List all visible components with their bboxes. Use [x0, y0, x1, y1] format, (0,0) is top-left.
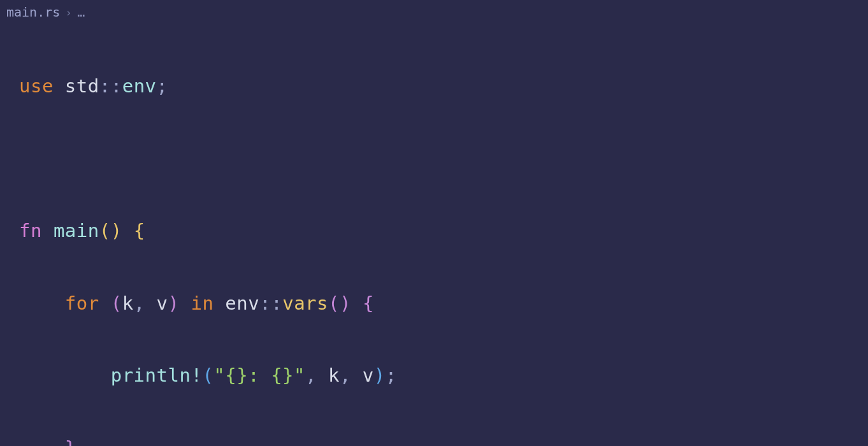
- code-line-1[interactable]: use std::env;: [19, 68, 868, 104]
- keyword-for: for: [65, 292, 99, 314]
- keyword-in: in: [191, 292, 213, 314]
- fn-vars: vars: [282, 292, 328, 314]
- breadcrumb-ellipsis[interactable]: …: [77, 4, 85, 20]
- var-k: k: [122, 292, 134, 314]
- code-line-2[interactable]: [19, 140, 868, 176]
- parens: (): [99, 220, 122, 241]
- paren-close: ): [374, 364, 386, 386]
- fn-main: main: [54, 220, 99, 241]
- chevron-right-icon: ›: [65, 6, 72, 19]
- keyword-use: use: [19, 75, 54, 97]
- string-literal: "{}: {}": [213, 364, 305, 386]
- breadcrumb-file[interactable]: main.rs: [6, 4, 60, 20]
- code-editor[interactable]: use std::env; fn main() { for (k, v) in …: [0, 24, 868, 446]
- indent: [19, 364, 111, 386]
- var-v: v: [363, 364, 374, 386]
- comma: ,: [305, 364, 328, 386]
- var-k: k: [328, 364, 340, 386]
- brace-open: {: [134, 220, 145, 241]
- semicolon: ;: [157, 75, 168, 97]
- parens: (): [328, 292, 351, 314]
- indent: [19, 437, 65, 446]
- code-line-4[interactable]: for (k, v) in env::vars() {: [19, 285, 868, 322]
- code-line-5[interactable]: println!("{}: {}", k, v);: [19, 357, 868, 394]
- brace-close: }: [65, 437, 76, 446]
- code-line-3[interactable]: fn main() {: [19, 213, 868, 249]
- semicolon: ;: [386, 364, 397, 386]
- macro-println: println!: [111, 364, 203, 386]
- comma: ,: [134, 292, 157, 314]
- indent: [19, 292, 65, 314]
- paren-close: ): [168, 292, 180, 314]
- var-v: v: [157, 292, 168, 314]
- keyword-fn: fn: [19, 220, 42, 241]
- brace-open: {: [363, 292, 374, 314]
- breadcrumb[interactable]: main.rs › …: [0, 0, 868, 24]
- paren-open: (: [111, 292, 122, 314]
- path-sep: ::: [259, 292, 282, 314]
- code-line-6[interactable]: }: [19, 430, 868, 446]
- comma: ,: [340, 364, 363, 386]
- ident-env: env: [225, 292, 259, 314]
- ident-std: std: [65, 75, 99, 97]
- paren-open: (: [202, 364, 213, 386]
- path-sep: ::: [99, 75, 122, 97]
- ident-env: env: [122, 75, 157, 97]
